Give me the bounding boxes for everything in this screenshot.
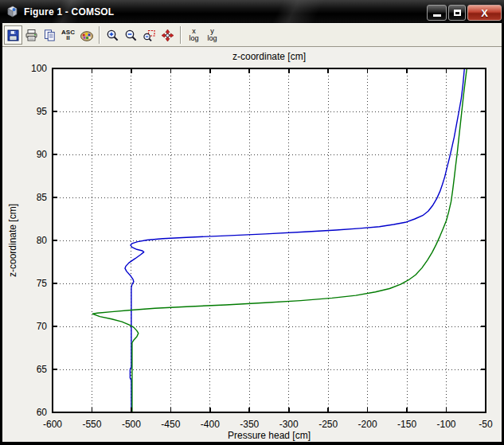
- x-tick-label: -200: [358, 419, 377, 430]
- x-tick-label: -50: [479, 419, 493, 430]
- print-button[interactable]: [22, 25, 41, 45]
- x-tick-label: -500: [122, 419, 141, 430]
- y-tick-label: 90: [37, 149, 48, 160]
- zoom-out-icon: [124, 29, 138, 42]
- y-tick-label: 85: [37, 192, 48, 203]
- window-title: Figure 1 - COMSOL: [24, 6, 114, 18]
- plot-title: z-coordinate [cm]: [232, 51, 306, 62]
- y-tick-label: 80: [37, 235, 48, 246]
- x-tick-label: -350: [240, 419, 259, 430]
- figure-canvas[interactable]: -600-550-500-450-400-350-300-250-200-150…: [2, 47, 502, 442]
- toolbar-separator: [99, 26, 100, 44]
- floppy-disk-icon: [6, 29, 20, 42]
- y-log-label: y log: [207, 28, 217, 42]
- pan-arrows-icon: [161, 29, 174, 42]
- zoom-in-button[interactable]: [104, 25, 122, 45]
- maximize-icon: [454, 10, 461, 16]
- copy-button[interactable]: [41, 25, 59, 45]
- export-ascii-button[interactable]: ASC II: [59, 25, 77, 45]
- minimize-button[interactable]: [427, 5, 447, 21]
- ascii-export-icon: ASC II: [61, 29, 75, 41]
- y-tick-label: 75: [37, 278, 48, 289]
- figure-window: Figure 1 - COMSOL X: [0, 0, 504, 445]
- comsol-logo-icon[interactable]: [6, 5, 19, 18]
- window-controls: X: [425, 5, 502, 21]
- zoom-window-icon: [143, 29, 156, 42]
- zoom-out-button[interactable]: [122, 25, 140, 45]
- x-tick-label: -550: [82, 419, 101, 430]
- titlebar[interactable]: Figure 1 - COMSOL X: [0, 0, 504, 23]
- x-axis-label: Pressure head [cm]: [228, 430, 311, 441]
- x-tick-label: -300: [279, 419, 299, 430]
- maximize-button[interactable]: [448, 5, 466, 21]
- y-tick-label: 70: [37, 321, 48, 332]
- x-log-label: x log: [189, 28, 198, 42]
- y-log-button[interactable]: y log: [203, 25, 221, 45]
- x-tick-label: -450: [161, 419, 180, 430]
- y-tick-label: 95: [37, 106, 48, 117]
- zoom-window-button[interactable]: [140, 25, 158, 45]
- y-tick-label: 100: [31, 63, 47, 74]
- x-tick-label: -600: [43, 419, 62, 430]
- x-tick-label: -100: [437, 419, 456, 430]
- copy-icon: [43, 29, 57, 42]
- close-button[interactable]: X: [467, 5, 502, 21]
- edit-colors-button[interactable]: [77, 25, 96, 45]
- y-tick-label: 65: [37, 364, 48, 375]
- y-axis-label: z-coordinate [cm]: [7, 204, 18, 277]
- x-tick-label: -400: [201, 419, 220, 430]
- pan-button[interactable]: [158, 25, 177, 45]
- y-tick-label: 60: [37, 407, 48, 418]
- toolbar: ASC II: [2, 23, 502, 47]
- toolbar-separator: [180, 26, 182, 44]
- close-icon: X: [481, 8, 488, 18]
- x-tick-label: -150: [397, 419, 416, 430]
- zoom-in-icon: [106, 29, 119, 42]
- palette-icon: [80, 29, 94, 42]
- x-log-button[interactable]: x log: [185, 25, 203, 45]
- x-tick-label: -250: [318, 419, 338, 430]
- save-button[interactable]: [4, 25, 22, 45]
- printer-icon: [25, 29, 38, 42]
- minimize-icon: [433, 14, 441, 17]
- plot-svg[interactable]: -600-550-500-450-400-350-300-250-200-150…: [2, 47, 502, 442]
